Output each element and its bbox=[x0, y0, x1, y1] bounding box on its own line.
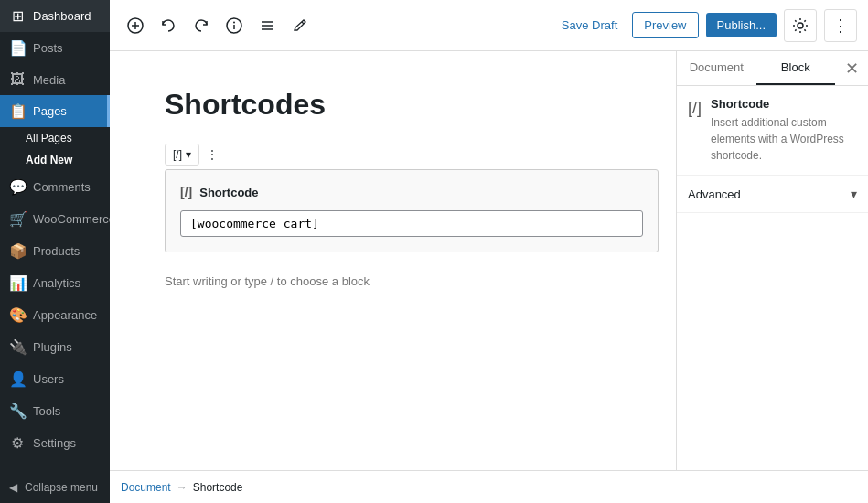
sidebar-sub-all-pages[interactable]: All Pages bbox=[0, 127, 110, 149]
save-draft-button[interactable]: Save Draft bbox=[554, 15, 625, 36]
sidebar-item-label: Appearance bbox=[33, 308, 97, 322]
editor-toolbar: Save Draft Preview Publish... ⋮ bbox=[110, 0, 868, 51]
woocommerce-icon: 🛒 bbox=[9, 210, 26, 228]
block-type-icon: [/] bbox=[173, 148, 182, 161]
appearance-icon: 🎨 bbox=[9, 306, 26, 324]
advanced-label: Advanced bbox=[688, 187, 741, 201]
pencil-button[interactable] bbox=[285, 11, 315, 40]
info-button[interactable] bbox=[220, 11, 249, 40]
block-more-button[interactable]: ⋮ bbox=[201, 144, 223, 165]
sidebar-item-settings[interactable]: ⚙ Settings bbox=[0, 427, 110, 459]
sidebar-item-label: Media bbox=[33, 73, 65, 87]
panel-tabs: Document Block ✕ bbox=[677, 51, 868, 86]
sidebar-item-label: Dashboard bbox=[33, 9, 91, 23]
editor-content-area[interactable]: Shortcodes [/] ▾ ⋮ [/] Shortcode Sta bbox=[110, 51, 676, 470]
undo-button[interactable] bbox=[154, 11, 183, 40]
sidebar-item-appearance[interactable]: 🎨 Appearance bbox=[0, 299, 110, 331]
more-tools-icon: ⋮ bbox=[832, 16, 849, 36]
sidebar-item-label: Pages bbox=[33, 104, 67, 118]
right-panel: Document Block ✕ [/] Shortcode Insert ad… bbox=[676, 51, 868, 470]
sidebar-item-dashboard[interactable]: ⊞ Dashboard bbox=[0, 0, 110, 32]
users-icon: 👤 bbox=[9, 370, 26, 388]
shortcode-input[interactable] bbox=[180, 210, 643, 237]
block-description: Insert additional custom elements with a… bbox=[711, 114, 857, 164]
pages-icon: 📋 bbox=[9, 102, 26, 120]
block-type-chevron: ▾ bbox=[186, 148, 191, 161]
sidebar: ⊞ Dashboard 📄 Posts 🖼 Media 📋 Pages All … bbox=[0, 0, 110, 503]
block-name: Shortcode bbox=[711, 97, 857, 111]
status-bar: Document → Shortcode bbox=[110, 470, 868, 503]
block-info-icon: [/] bbox=[688, 97, 702, 118]
svg-point-10 bbox=[798, 23, 803, 28]
publish-button[interactable]: Publish... bbox=[706, 13, 777, 37]
sidebar-item-posts[interactable]: 📄 Posts bbox=[0, 32, 110, 64]
tools-icon: 🔧 bbox=[9, 402, 26, 420]
breadcrumb-arrow: → bbox=[177, 481, 188, 494]
svg-point-5 bbox=[233, 21, 235, 23]
settings-icon: ⚙ bbox=[9, 434, 26, 452]
gear-icon bbox=[792, 17, 809, 34]
block-info: [/] Shortcode Insert additional custom e… bbox=[677, 86, 868, 176]
more-tools-button[interactable]: ⋮ bbox=[824, 9, 857, 42]
sidebar-item-label: Products bbox=[33, 244, 80, 258]
sidebar-item-analytics[interactable]: 📊 Analytics bbox=[0, 267, 110, 299]
sidebar-item-pages[interactable]: 📋 Pages bbox=[0, 95, 110, 127]
tab-document[interactable]: Document bbox=[677, 51, 756, 85]
sidebar-item-products[interactable]: 📦 Products bbox=[0, 235, 110, 267]
chevron-down-icon: ▾ bbox=[851, 187, 857, 201]
redo-icon bbox=[193, 17, 209, 34]
sidebar-item-label: Tools bbox=[33, 404, 60, 418]
toolbar-right: Save Draft Preview Publish... ⋮ bbox=[554, 9, 857, 42]
sidebar-item-users[interactable]: 👤 Users bbox=[0, 363, 110, 395]
collapse-label: Collapse menu bbox=[25, 481, 98, 494]
pencil-icon bbox=[292, 17, 308, 34]
sidebar-item-label: WooCommerce bbox=[33, 212, 110, 226]
shortcode-block: [/] Shortcode bbox=[165, 169, 659, 252]
posts-icon: 📄 bbox=[9, 39, 26, 57]
settings-panel-button[interactable] bbox=[784, 9, 817, 42]
block-type-switcher[interactable]: [/] ▾ bbox=[165, 144, 199, 166]
sidebar-item-media[interactable]: 🖼 Media bbox=[0, 64, 110, 95]
sidebar-item-tools[interactable]: 🔧 Tools bbox=[0, 395, 110, 427]
sidebar-item-plugins[interactable]: 🔌 Plugins bbox=[0, 331, 110, 363]
close-panel-button[interactable]: ✕ bbox=[835, 52, 868, 85]
collapse-icon: ◀ bbox=[9, 481, 17, 494]
media-icon: 🖼 bbox=[9, 71, 26, 88]
list-view-button[interactable] bbox=[252, 11, 282, 40]
sidebar-item-label: Analytics bbox=[33, 276, 80, 290]
block-more-icon: ⋮ bbox=[207, 148, 218, 161]
sidebar-item-label: Posts bbox=[33, 41, 63, 55]
preview-button[interactable]: Preview bbox=[632, 12, 698, 38]
close-icon: ✕ bbox=[845, 59, 859, 79]
sidebar-item-label: Comments bbox=[33, 180, 91, 194]
add-block-button[interactable] bbox=[121, 11, 150, 40]
comments-icon: 💬 bbox=[9, 178, 26, 196]
add-new-label: Add New bbox=[26, 154, 72, 166]
type-hint: Start writing or type / to choose a bloc… bbox=[165, 274, 370, 288]
shortcode-block-label: Shortcode bbox=[199, 186, 258, 199]
sidebar-item-comments[interactable]: 💬 Comments bbox=[0, 171, 110, 203]
list-view-icon bbox=[259, 17, 275, 34]
dashboard-icon: ⊞ bbox=[9, 7, 26, 25]
tab-block[interactable]: Block bbox=[756, 51, 836, 85]
collapse-menu-button[interactable]: ◀ Collapse menu bbox=[0, 472, 110, 503]
shortcode-block-header: [/] Shortcode bbox=[180, 185, 643, 199]
advanced-section-header[interactable]: Advanced ▾ bbox=[677, 176, 868, 212]
block-toolbar: [/] ▾ ⋮ bbox=[165, 144, 223, 166]
analytics-icon: 📊 bbox=[9, 274, 26, 292]
breadcrumb-block[interactable]: Shortcode bbox=[193, 481, 243, 494]
block-info-text: Shortcode Insert additional custom eleme… bbox=[711, 97, 857, 164]
page-title[interactable]: Shortcodes bbox=[165, 88, 621, 122]
sidebar-item-woocommerce[interactable]: 🛒 WooCommerce bbox=[0, 203, 110, 235]
add-icon bbox=[127, 17, 144, 34]
sidebar-item-label: Settings bbox=[33, 436, 76, 450]
all-pages-label: All Pages bbox=[26, 132, 72, 144]
breadcrumb-document[interactable]: Document bbox=[121, 481, 171, 494]
sidebar-sub-add-new[interactable]: Add New bbox=[0, 149, 110, 171]
info-icon bbox=[226, 17, 242, 34]
editor-area: Shortcodes [/] ▾ ⋮ [/] Shortcode Sta bbox=[110, 51, 868, 470]
svg-line-9 bbox=[302, 22, 304, 24]
main-content: Save Draft Preview Publish... ⋮ Shortcod… bbox=[110, 0, 868, 503]
sidebar-item-label: Users bbox=[33, 372, 64, 386]
redo-button[interactable] bbox=[187, 11, 216, 40]
